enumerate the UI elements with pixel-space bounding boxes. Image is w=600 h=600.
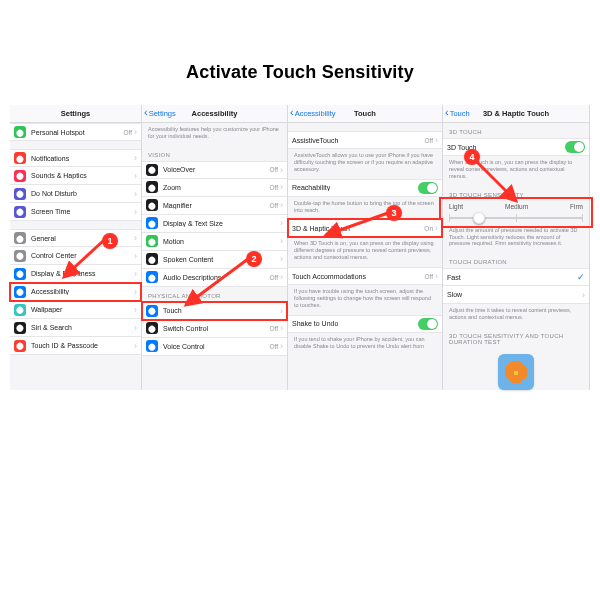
slider-label-firm: Firm [570,203,583,210]
accessibility-icon: ⬤ [14,286,26,298]
list-row[interactable]: ⬤Display & Brightness› [10,265,141,283]
chevron-right-icon: › [134,189,137,199]
link-icon: ⬤ [14,126,26,138]
list-row[interactable]: ⬤Sounds & Haptics› [10,167,141,185]
test-image[interactable] [498,354,534,390]
row-value: Off [269,184,278,191]
row-label: Audio Descriptions [163,274,269,281]
panel-accessibility: Settings Accessibility Accessibility fea… [142,105,288,390]
list-row[interactable]: ⬤General› [10,229,141,247]
chevron-right-icon: › [280,200,283,210]
list-row[interactable]: ⬤Control Center› [10,247,141,265]
chevron-right-icon: › [582,290,585,300]
chevron-right-icon: › [435,271,438,281]
row-label: General [31,235,134,242]
chevron-right-icon: › [280,341,283,351]
list-row[interactable]: ⬤Personal HotspotOff› [10,123,141,141]
callout-2: 2 [246,251,262,267]
motion-icon: ⬤ [146,235,158,247]
row-label: Switch Control [163,325,269,332]
row-label: Personal Hotspot [31,129,123,136]
row-value: Off [424,273,433,280]
list-row[interactable]: ⬤Notifications› [10,149,141,167]
list-row[interactable]: Slow› [443,286,589,304]
back-button[interactable]: Touch [445,109,470,118]
switch-icon: ⬤ [146,322,158,334]
speaker-icon: ⬤ [14,170,26,182]
section-label: 3D TOUCH SENSITIVITY [443,186,589,201]
list-row[interactable]: ⬤ZoomOff› [142,179,287,197]
chevron-right-icon: › [134,305,137,315]
chevron-right-icon: › [134,323,137,333]
page-title: Activate Touch Sensitivity [0,62,600,83]
list-row[interactable]: ⬤Audio DescriptionsOff› [142,269,287,287]
list-row[interactable]: ⬤Motion› [142,233,287,251]
row-label: Display & Text Size [163,220,280,227]
bell-icon: ⬤ [14,152,26,164]
list-row[interactable]: Fast✓ [443,268,589,286]
back-button[interactable]: Settings [144,109,176,118]
audio-icon: ⬤ [146,271,158,283]
siri-icon: ⬤ [14,322,26,334]
row-value: Off [123,129,132,136]
list-row[interactable]: ⬤Wallpaper› [10,301,141,319]
toggle-switch[interactable] [565,141,585,153]
chevron-right-icon: › [134,251,137,261]
list-row[interactable]: ⬤Do Not Disturb› [10,185,141,203]
list-row[interactable]: ⬤MagnifierOff› [142,197,287,215]
back-button[interactable]: Accessibility [290,109,336,118]
header-title: Settings [10,109,141,118]
header-accessibility: Settings Accessibility [142,105,287,123]
row-label: Accessibility [31,288,134,295]
slider-icon: ⬤ [14,250,26,262]
list-row[interactable]: ⬤Voice ControlOff› [142,338,287,356]
header-3dhaptic: Touch 3D & Haptic Touch [443,105,589,123]
list-row[interactable]: Shake to Undo [288,315,442,333]
row-label: Voice Control [163,343,269,350]
intro-text: Accessibility features help you customiz… [142,123,287,146]
list-row[interactable]: ⬤Touch ID & Passcode› [10,337,141,355]
back-label: Accessibility [295,109,336,118]
row-value: Off [269,202,278,209]
toggle-switch[interactable] [418,318,438,330]
list-row[interactable]: 3D & Haptic TouchOn› [288,219,442,237]
list-row[interactable]: Touch AccommodationsOff› [288,267,442,285]
chevron-right-icon: › [280,272,283,282]
chevron-right-icon: › [280,218,283,228]
section-desc: When 3D Touch is on, you can press on th… [288,237,442,267]
sensitivity-slider[interactable]: Light Medium Firm [443,201,589,224]
section-label: PHYSICAL AND MOTOR [142,287,287,302]
section-label: VISION [142,146,287,161]
list-row[interactable]: ⬤VoiceOverOff› [142,161,287,179]
row-label: Display & Brightness [31,270,134,277]
panel-touch: Accessibility Touch AssistiveTouchOff›As… [288,105,443,390]
chevron-right-icon: › [280,182,283,192]
slider-knob[interactable] [473,212,485,224]
list-row[interactable]: ⬤Switch ControlOff› [142,320,287,338]
chevron-right-icon: › [134,127,137,137]
list-row[interactable]: ⬤Spoken Content› [142,251,287,269]
chevron-right-icon: › [134,233,137,243]
section-desc: Double-tap the home button to bring the … [288,197,442,220]
chevron-right-icon: › [280,165,283,175]
chevron-left-icon [144,109,148,118]
toggle-switch[interactable] [418,182,438,194]
brightness-icon: ⬤ [14,268,26,280]
list-row[interactable]: ⬤Touch› [142,302,287,320]
chevron-left-icon [445,109,449,118]
list-row[interactable]: ⬤Siri & Search› [10,319,141,337]
list-row[interactable]: ⬤Display & Text Size› [142,215,287,233]
row-label: Motion [163,238,280,245]
zoom-icon: ⬤ [146,181,158,193]
callout-4: 4 [464,149,480,165]
list-row[interactable]: Reachability [288,179,442,197]
list-row[interactable]: AssistiveTouchOff› [288,131,442,149]
list-row[interactable]: ⬤Accessibility› [10,283,141,301]
slider-label-light: Light [449,203,463,210]
row-label: Slow [447,291,582,298]
list-row[interactable]: ⬤Screen Time› [10,203,141,221]
chevron-right-icon: › [134,341,137,351]
row-label: AssistiveTouch [292,137,424,144]
row-label: Wallpaper [31,306,134,313]
section-desc: If you have trouble using the touch scre… [288,285,442,315]
